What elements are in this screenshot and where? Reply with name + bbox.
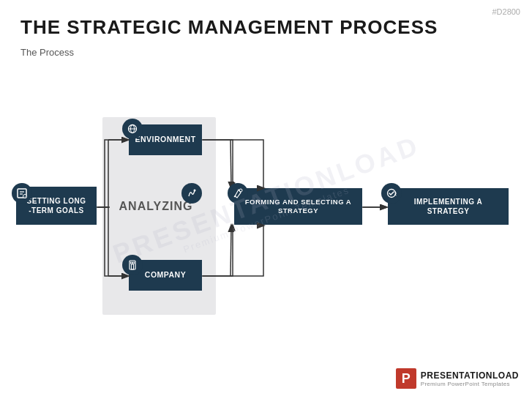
svg-text:✓: ✓	[24, 195, 26, 198]
svg-line-8	[231, 140, 231, 188]
logo-name: PRESENTATIONLOAD	[421, 370, 519, 381]
box-forming-label: FORMING AND SELECTING A STRATEGY	[240, 198, 356, 216]
box-implementing-label: IMPLEMENTING A STRATEGY	[394, 197, 503, 216]
box-goals-label: SETTING LONG -TERM GOALS	[27, 196, 86, 215]
box-forming: FORMING AND SELECTING A STRATEGY	[234, 188, 362, 225]
icon-environment	[122, 119, 143, 139]
page-title: THE STRATEGIC MANAGEMENT PROCESS	[20, 16, 438, 39]
icon-implementing	[381, 183, 402, 204]
logo-tagline: Premium PowerPoint Templates	[421, 381, 519, 387]
icon-company	[122, 255, 143, 275]
logo-text: PRESENTATIONLOAD Premium PowerPoint Temp…	[421, 370, 519, 387]
logo-area: P PRESENTATIONLOAD Premium PowerPoint Te…	[396, 368, 519, 389]
diagram: ✓	[0, 73, 532, 351]
box-environment-label: ENVIRONMENT	[135, 135, 195, 145]
icon-goals: ✓	[12, 183, 32, 204]
page-id: #D2800	[492, 7, 520, 16]
logo-icon: P	[396, 368, 416, 389]
page-subtitle: The Process	[20, 47, 74, 58]
svg-rect-25	[131, 262, 132, 264]
svg-point-27	[239, 189, 242, 192]
svg-rect-26	[133, 262, 135, 264]
icon-analyzing	[181, 183, 202, 204]
svg-rect-24	[132, 264, 134, 269]
svg-point-22	[194, 190, 196, 192]
box-implementing: IMPLEMENTING A STRATEGY	[388, 188, 509, 225]
svg-line-9	[231, 225, 231, 276]
box-analyzing-label: ANALYZING	[119, 199, 193, 215]
box-company-label: COMPANY	[145, 270, 186, 280]
icon-forming	[228, 183, 248, 204]
